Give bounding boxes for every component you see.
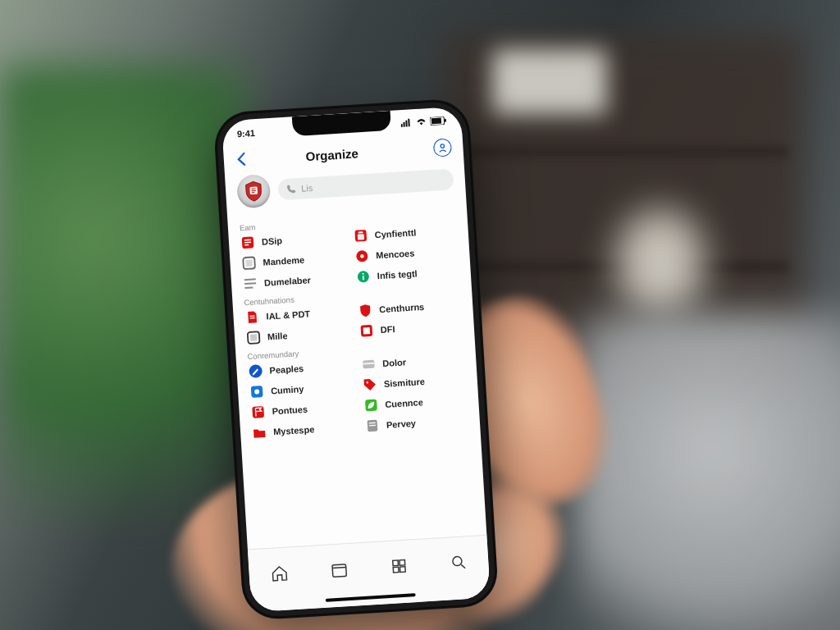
category-label: Cynfienttl bbox=[374, 227, 416, 240]
shield-badge-icon bbox=[244, 180, 263, 203]
category-label: DFI bbox=[380, 324, 395, 335]
square-icon bbox=[246, 330, 262, 345]
svg-rect-24 bbox=[244, 282, 256, 285]
category-label: Cuminy bbox=[271, 384, 304, 395]
file-icon bbox=[358, 323, 374, 339]
svg-rect-3 bbox=[408, 118, 410, 126]
svg-rect-32 bbox=[250, 334, 257, 340]
category-item[interactable]: Cuennce bbox=[363, 392, 468, 413]
svg-rect-50 bbox=[393, 567, 399, 573]
square-icon bbox=[241, 255, 257, 271]
svg-rect-34 bbox=[363, 327, 370, 334]
svg-rect-49 bbox=[399, 560, 404, 566]
svg-rect-15 bbox=[244, 244, 249, 246]
category-label: Peaples bbox=[269, 363, 304, 376]
category-label: Pontues bbox=[272, 404, 308, 417]
category-label: IAL & PDT bbox=[266, 308, 310, 321]
svg-rect-23 bbox=[244, 278, 256, 281]
phone-icon bbox=[286, 184, 297, 194]
svg-rect-20 bbox=[245, 260, 252, 267]
search-field[interactable]: Lis bbox=[277, 168, 454, 200]
category-item[interactable]: Centhurns bbox=[358, 297, 462, 318]
shelf-edge bbox=[459, 148, 788, 156]
grid-icon bbox=[389, 557, 408, 576]
svg-rect-11 bbox=[252, 192, 255, 193]
pen-icon bbox=[248, 363, 263, 379]
status-time: 9:41 bbox=[237, 128, 256, 139]
info-icon bbox=[355, 269, 371, 285]
category-item[interactable]: Dumelaber bbox=[243, 271, 347, 292]
category-label: DSip bbox=[262, 235, 283, 247]
category-item[interactable]: Pervey bbox=[364, 413, 468, 434]
category-item[interactable]: Mille bbox=[246, 324, 350, 345]
page-icon bbox=[244, 309, 260, 325]
battery-icon bbox=[430, 116, 447, 127]
search-placeholder: Lis bbox=[301, 183, 313, 194]
room-scene: 9:41 Organize bbox=[0, 0, 840, 630]
tab-search-tab[interactable] bbox=[447, 551, 470, 574]
category-label: Dolor bbox=[382, 357, 406, 368]
category-item[interactable]: Dolor bbox=[361, 351, 465, 372]
svg-rect-17 bbox=[358, 231, 363, 233]
signal-icon bbox=[400, 118, 413, 129]
gear-icon bbox=[354, 249, 370, 264]
category-item[interactable]: Peaples bbox=[248, 358, 352, 379]
category-label: Mystespe bbox=[273, 424, 315, 436]
doc-icon bbox=[240, 235, 256, 250]
svg-rect-51 bbox=[399, 567, 405, 573]
category-label: Mandeme bbox=[262, 255, 304, 267]
leaf-icon bbox=[363, 397, 379, 413]
category-item[interactable]: DFI bbox=[358, 317, 463, 339]
calendar-icon bbox=[329, 560, 348, 579]
tab-calendar[interactable] bbox=[327, 559, 350, 582]
category-item[interactable]: Mencoes bbox=[354, 243, 459, 264]
svg-line-47 bbox=[332, 568, 345, 568]
category-item[interactable]: Sismiture bbox=[362, 372, 466, 393]
flag-icon bbox=[250, 404, 266, 420]
home-icon bbox=[270, 564, 289, 583]
profile-button[interactable] bbox=[433, 138, 452, 157]
svg-point-52 bbox=[452, 556, 462, 566]
category-label: Pervey bbox=[386, 418, 417, 430]
wifi-icon bbox=[415, 117, 427, 128]
category-item[interactable]: Cynfienttl bbox=[353, 222, 457, 244]
category-item[interactable]: Cuminy bbox=[249, 378, 354, 399]
category-label: Cuennce bbox=[385, 397, 423, 409]
svg-point-7 bbox=[441, 144, 445, 148]
app-badge[interactable] bbox=[236, 174, 271, 208]
category-list[interactable]: EamDSipCynfienttlMandemeMencoesDumelaber… bbox=[227, 203, 488, 576]
category-item[interactable]: Infis tegtl bbox=[355, 263, 459, 285]
svg-rect-27 bbox=[363, 276, 364, 280]
category-label: Mille bbox=[267, 331, 288, 341]
section-grid: PeaplesDolorCuminySismiturePontuesCuennc… bbox=[248, 351, 468, 441]
tab-home[interactable] bbox=[268, 562, 291, 585]
card-icon bbox=[361, 357, 377, 372]
category-label: Mencoes bbox=[376, 248, 415, 260]
badge-icon bbox=[358, 303, 373, 318]
tab-grid[interactable] bbox=[387, 555, 410, 578]
category-label: Sismiture bbox=[384, 377, 426, 389]
armchair bbox=[574, 312, 840, 630]
svg-rect-6 bbox=[445, 119, 446, 122]
category-item[interactable]: Mandeme bbox=[241, 250, 345, 272]
svg-rect-0 bbox=[401, 124, 403, 127]
category-item[interactable]: DSip bbox=[240, 230, 345, 251]
page-title: Organize bbox=[236, 142, 427, 167]
category-label: Centhurns bbox=[379, 302, 425, 314]
svg-rect-18 bbox=[358, 234, 364, 240]
phone-frame: 9:41 Organize bbox=[212, 98, 499, 621]
category-item[interactable]: Mystespe bbox=[252, 419, 356, 441]
clipboard-icon bbox=[353, 228, 368, 244]
svg-rect-5 bbox=[431, 118, 441, 125]
search-tab-icon bbox=[449, 553, 468, 572]
category-item[interactable]: Pontues bbox=[250, 399, 354, 420]
section-grid: DSipCynfienttlMandemeMencoesDumelaberInf… bbox=[240, 222, 460, 291]
category-item[interactable]: IAL & PDT bbox=[244, 304, 349, 325]
note-icon bbox=[364, 418, 380, 433]
svg-rect-1 bbox=[403, 122, 404, 127]
lines-icon bbox=[243, 276, 258, 291]
svg-rect-48 bbox=[392, 560, 398, 566]
svg-rect-25 bbox=[244, 287, 253, 290]
vase bbox=[615, 205, 705, 320]
svg-line-53 bbox=[461, 564, 465, 568]
